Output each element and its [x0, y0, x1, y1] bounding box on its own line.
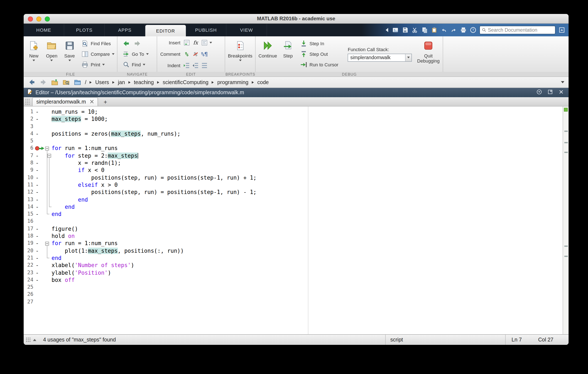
code-text[interactable]: end	[52, 203, 75, 211]
code-line[interactable]: 14- end	[24, 203, 563, 211]
message-bar-mark[interactable]	[564, 256, 568, 257]
screenshot-icon[interactable]	[392, 27, 399, 33]
go-to-button[interactable]: Go To	[121, 49, 150, 59]
window-titlebar[interactable]: MATLAB R2016b - academic use	[24, 14, 568, 24]
code-line[interactable]: 11- elseif x > 0	[24, 181, 563, 189]
tab-view[interactable]: VIEW	[226, 24, 267, 36]
breakpoints-button[interactable]: Breakpoints	[227, 37, 254, 70]
breakpoint-margin[interactable]: -	[35, 211, 40, 218]
message-bar-mark[interactable]	[564, 246, 568, 247]
comment-button[interactable]: %	[183, 50, 190, 58]
code-text[interactable]: ylabel('Position')	[52, 269, 111, 276]
code-line[interactable]: 23-ylabel('Position')	[24, 269, 563, 276]
code-text[interactable]: figure()	[52, 225, 78, 233]
breakpoint-margin[interactable]: -	[35, 152, 40, 160]
up-one-level-icon[interactable]	[51, 78, 58, 86]
code-line[interactable]: 12- positions(step, run) = positions(ste…	[24, 189, 563, 196]
message-bar[interactable]	[563, 107, 568, 334]
chevron-down-icon[interactable]	[210, 42, 212, 43]
breakpoint-margin[interactable]: -	[35, 276, 40, 284]
indent-right-button[interactable]	[192, 62, 200, 69]
code-text[interactable]: positions = zeros(max_steps, num_runs);	[52, 130, 181, 138]
paste-icon[interactable]	[431, 27, 438, 33]
find-button[interactable]: Find	[121, 60, 150, 70]
find-files-button[interactable]: Find Files	[80, 39, 116, 48]
smart-indent-button[interactable]	[183, 62, 190, 69]
editor-actions-icon[interactable]	[536, 89, 542, 96]
breadcrumb-segment[interactable]: /	[85, 79, 86, 85]
message-bar-mark[interactable]	[564, 142, 568, 143]
code-line[interactable]: 6for run = 1:num_runs	[24, 145, 563, 152]
print-icon[interactable]	[460, 27, 467, 33]
breakpoint-margin[interactable]: -	[35, 174, 40, 181]
code-text[interactable]: max_steps = 1000;	[52, 116, 108, 123]
breakpoint-margin[interactable]: -	[35, 167, 40, 174]
forward-icon[interactable]	[39, 78, 47, 86]
code-text[interactable]: end	[52, 254, 62, 262]
tab-editor[interactable]: EDITOR	[145, 25, 186, 36]
code-line[interactable]: 2-max_steps = 1000;	[24, 116, 563, 123]
indent-left-button[interactable]	[201, 62, 208, 69]
continue-button[interactable]: Continue	[257, 37, 279, 70]
navigate-back-icon[interactable]	[123, 40, 130, 47]
address-dropdown-icon[interactable]	[561, 81, 564, 83]
editor-dock-icon[interactable]	[547, 89, 553, 96]
code-line[interactable]: 25	[24, 284, 563, 291]
code-line[interactable]: 20- plot(1:max_steps, positions(:, run))	[24, 247, 563, 254]
code-line[interactable]: 18-hold on	[24, 232, 563, 240]
new-tab-button[interactable]: +	[100, 97, 110, 106]
breakpoint-margin[interactable]: -	[35, 189, 40, 196]
wrap-comments-button[interactable]: %¶	[201, 50, 208, 58]
breakpoint-margin[interactable]: -	[35, 232, 40, 240]
compare-button[interactable]: Compare	[80, 49, 116, 59]
code-line[interactable]: 16	[24, 218, 563, 225]
tab-plots[interactable]: PLOTS	[64, 24, 105, 36]
save-button[interactable]: Save	[61, 37, 79, 70]
code-text[interactable]: xlabel('Number of steps')	[52, 262, 134, 269]
code-text[interactable]: end	[52, 211, 62, 218]
code-line[interactable]: 15-end	[24, 211, 563, 218]
breakpoint-margin[interactable]: -	[35, 203, 40, 211]
breakpoint-margin[interactable]: -	[35, 254, 40, 262]
quick-scroll-left-icon[interactable]	[386, 28, 388, 32]
breakpoint-margin[interactable]: -	[35, 247, 40, 254]
navigate-forward-icon[interactable]	[134, 40, 141, 47]
code-line[interactable]: 27	[24, 298, 563, 306]
code-text[interactable]: for run = 1:num_runs	[52, 145, 118, 152]
code-text[interactable]: hold on	[52, 232, 75, 240]
copy-icon[interactable]	[421, 27, 428, 33]
tab-publish[interactable]: PUBLISH	[186, 24, 226, 36]
save-icon[interactable]	[402, 27, 409, 33]
search-input[interactable]	[488, 27, 553, 32]
code-line[interactable]: 10- positions(step, run) = positions(ste…	[24, 174, 563, 181]
code-line[interactable]: 13- end	[24, 196, 563, 203]
editor-titlebar[interactable]: Editor – /Users/jan/teaching/scientificC…	[24, 88, 568, 97]
code-text[interactable]: for run = 1:num_runs	[52, 240, 118, 247]
function-call-stack-dropdown[interactable]: simplerandomwalk	[348, 53, 412, 62]
breakpoint-indicator[interactable]	[35, 146, 40, 150]
step-button[interactable]: Step	[279, 37, 297, 70]
insert-function2-button[interactable]	[201, 39, 208, 46]
code-line[interactable]: 22-xlabel('Number of steps')	[24, 262, 563, 269]
code-line[interactable]: 19-for run = 1:num_runs	[24, 240, 563, 247]
code-line[interactable]: 26	[24, 291, 563, 298]
quit-debugging-button[interactable]: Quit Debugging	[415, 37, 441, 70]
code-line[interactable]: 21-end	[24, 254, 563, 262]
code-text[interactable]: plot(1:max_steps, positions(:, run))	[52, 247, 184, 254]
step-out-button[interactable]: Step Out	[299, 49, 344, 59]
code-text[interactable]: end	[52, 196, 88, 203]
insert-section-button[interactable]	[183, 39, 190, 46]
uncomment-button[interactable]: %	[192, 50, 200, 58]
code-pane[interactable]: 1-num_runs = 10;2-max_steps = 1000;34-po…	[24, 107, 563, 334]
code-line[interactable]: 17-figure()	[24, 225, 563, 233]
code-line[interactable]: 7- for step = 2:max_steps	[24, 152, 563, 160]
code-text[interactable]: positions(step, run) = positions(step-1,…	[52, 174, 257, 181]
statusbar-handle[interactable]	[24, 335, 40, 345]
breakpoint-margin[interactable]: -	[35, 240, 40, 247]
breakpoint-margin[interactable]: -	[35, 108, 40, 116]
minimize-window-button[interactable]	[36, 16, 42, 21]
browse-folder-icon[interactable]	[62, 78, 70, 86]
back-icon[interactable]	[28, 78, 35, 86]
code-text[interactable]: num_runs = 10;	[52, 108, 98, 116]
step-in-button[interactable]: Step In	[299, 39, 344, 48]
